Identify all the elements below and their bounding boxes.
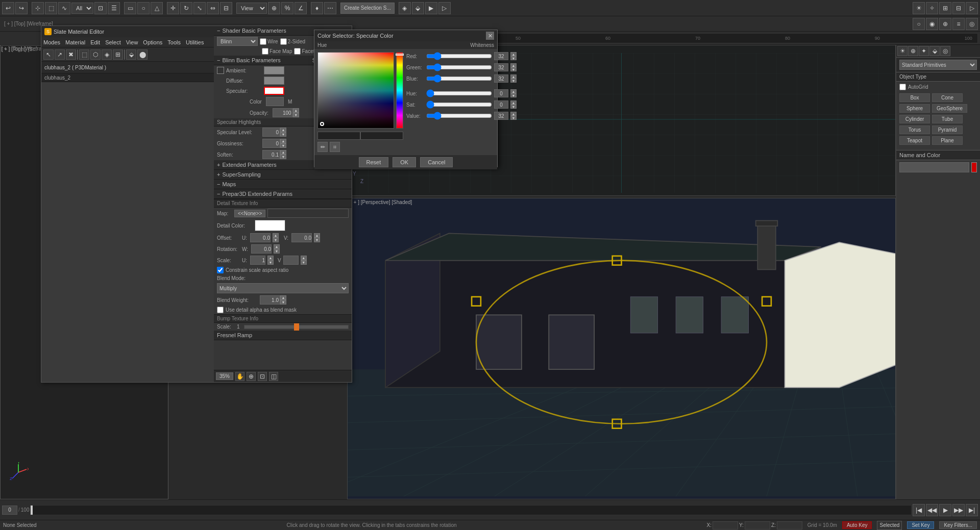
color-value[interactable]: 0 xyxy=(266,97,284,106)
x-input[interactable] xyxy=(713,521,738,529)
pyramid-btn[interactable]: Pyramid xyxy=(932,125,963,134)
render-iterative-btn[interactable]: ⊕ xyxy=(939,18,951,30)
face-map-checkbox[interactable] xyxy=(262,48,268,55)
green-up[interactable]: ▲ xyxy=(510,63,517,67)
percent-snap-btn[interactable]: % xyxy=(281,2,293,14)
scale-v-down[interactable]: ▼ xyxy=(301,260,307,265)
eyedropper-btn[interactable]: ✏ xyxy=(317,142,328,152)
specular-level-input[interactable] xyxy=(262,128,280,137)
select-btn[interactable]: ⊹ xyxy=(32,2,44,14)
red-slider[interactable] xyxy=(426,54,492,59)
sat-up[interactable]: ▲ xyxy=(510,100,517,105)
ambient-lock[interactable] xyxy=(217,67,224,74)
rect-region-btn[interactable]: ▭ xyxy=(124,2,136,14)
set-key-btn[interactable]: Set Key xyxy=(907,521,934,529)
render-presets-btn[interactable]: ≡ xyxy=(952,18,965,30)
soften-up[interactable]: ▲ xyxy=(280,150,286,155)
zoom-btn[interactable]: ⊕ xyxy=(247,372,256,381)
gloss-down[interactable]: ▼ xyxy=(280,143,286,148)
detail-alpha-label[interactable]: Use detail alpha as blend mask xyxy=(217,307,297,313)
autogrid-checkbox[interactable] xyxy=(899,84,906,90)
menu-options[interactable]: Options xyxy=(143,39,162,45)
color-gradient-area[interactable] xyxy=(317,52,394,129)
supersampling-header[interactable]: + SuperSampling xyxy=(214,170,352,180)
offset-v-input[interactable] xyxy=(291,233,312,242)
object-name-input[interactable] xyxy=(899,162,969,172)
st-btn6[interactable]: ◈ xyxy=(102,49,112,60)
st-btn2[interactable]: ↗ xyxy=(55,49,65,60)
menu-material[interactable]: Material xyxy=(65,39,85,45)
scale-v-up[interactable]: ▲ xyxy=(301,256,307,260)
view-dropdown[interactable]: View xyxy=(236,3,267,14)
render-frame-btn2[interactable]: ○ xyxy=(913,18,925,30)
map-none-btn[interactable]: <<None>> xyxy=(234,210,265,217)
constrain-label[interactable]: Constrain scale aspect ratio xyxy=(217,267,288,273)
ambient-swatch[interactable] xyxy=(264,66,284,74)
rotation-w-input[interactable] xyxy=(251,244,272,254)
mirror-btn[interactable]: ⇔ xyxy=(207,2,219,14)
green-value[interactable] xyxy=(494,63,508,71)
show-end-result-btn[interactable]: ◎ xyxy=(966,18,978,30)
blue-value[interactable] xyxy=(494,74,508,83)
opacity-spinbox[interactable]: ▲ ▼ xyxy=(273,108,299,117)
st-btn4[interactable]: ⬚ xyxy=(79,49,89,60)
menu-utilities[interactable]: Utilities xyxy=(186,39,204,45)
perspective-viewport[interactable]: [ + ] [Perspective] [Shaded] xyxy=(347,198,896,499)
sat-value[interactable] xyxy=(494,100,508,109)
prev-key-btn[interactable]: ◀◀ xyxy=(926,504,938,516)
red-value[interactable] xyxy=(494,52,508,60)
opacity-up[interactable]: ▲ xyxy=(293,108,299,113)
prev-frame-btn[interactable]: |◀ xyxy=(913,504,925,516)
maps-header[interactable]: − Maps xyxy=(214,180,352,189)
ok-btn[interactable]: OK xyxy=(393,157,416,167)
val-up[interactable]: ▲ xyxy=(510,112,517,116)
detail-color-swatch[interactable] xyxy=(255,220,285,231)
rotate-btn[interactable]: ↻ xyxy=(180,2,192,14)
plane-btn[interactable]: Plane xyxy=(932,136,963,145)
two-sided-label[interactable]: 2-Sided xyxy=(280,38,305,45)
hue-down[interactable]: ▼ xyxy=(510,93,517,97)
constrain-checkbox[interactable] xyxy=(217,267,224,273)
select-by-name-btn[interactable]: ☰ xyxy=(108,2,120,14)
auto-key-btn[interactable]: Auto Key xyxy=(842,521,872,529)
scale-v-input[interactable] xyxy=(283,256,299,265)
wire-checkbox-label[interactable]: Wire xyxy=(260,38,278,45)
align-btn[interactable]: ⊟ xyxy=(220,2,232,14)
specular-swatch[interactable] xyxy=(264,87,284,95)
sat-slider[interactable] xyxy=(426,102,492,107)
primitives-dropdown[interactable]: Standard Primitives xyxy=(899,60,977,70)
menu-select[interactable]: Select xyxy=(105,39,121,45)
soften-spinbox[interactable]: ▲ ▼ xyxy=(262,150,286,159)
glossiness-input[interactable] xyxy=(262,139,280,148)
next-key-btn[interactable]: ▶▶ xyxy=(952,504,965,516)
geosphere-btn[interactable]: GeoSphere xyxy=(932,104,967,113)
scale-btn[interactable]: ⤡ xyxy=(193,2,206,14)
timeline-cursor[interactable] xyxy=(31,506,33,515)
bw-up[interactable]: ▲ xyxy=(280,295,286,300)
offset-v-up[interactable]: ▲ xyxy=(314,233,320,238)
play-btn[interactable]: ▶ xyxy=(939,504,951,516)
rp-btn4[interactable]: ⬙ xyxy=(929,46,940,56)
two-sided-checkbox[interactable] xyxy=(280,38,287,45)
object-color-box[interactable] xyxy=(971,162,977,172)
bump-slider[interactable] xyxy=(244,325,349,329)
lasso-btn[interactable]: ∿ xyxy=(58,2,70,14)
blend-weight-spinbox[interactable]: ▲ ▼ xyxy=(260,295,286,305)
st-btn3[interactable]: ✖ xyxy=(66,49,76,60)
tube-btn[interactable]: Tube xyxy=(932,115,963,123)
effects-btn[interactable]: ✧ xyxy=(926,2,938,14)
create-selection-btn[interactable]: Create Selection S... xyxy=(340,3,395,14)
cone-btn[interactable]: Cone xyxy=(932,93,963,102)
menu-edit[interactable]: Edit xyxy=(90,39,100,45)
material-editor-btn[interactable]: ⬙ xyxy=(412,2,424,14)
cylinder-btn[interactable]: Cylinder xyxy=(899,115,930,123)
cancel-btn[interactable]: Cancel xyxy=(420,157,453,167)
rp-btn3[interactable]: ✦ xyxy=(919,46,929,56)
offset-v-down[interactable]: ▼ xyxy=(314,238,320,242)
reset-btn[interactable]: Reset xyxy=(359,157,389,167)
soften-down[interactable]: ▼ xyxy=(280,155,286,159)
diffuse-swatch[interactable] xyxy=(264,77,284,85)
fence-btn[interactable]: △ xyxy=(151,2,163,14)
faceted-checkbox[interactable] xyxy=(294,48,301,55)
undo-btn[interactable]: ↩ xyxy=(2,2,14,14)
